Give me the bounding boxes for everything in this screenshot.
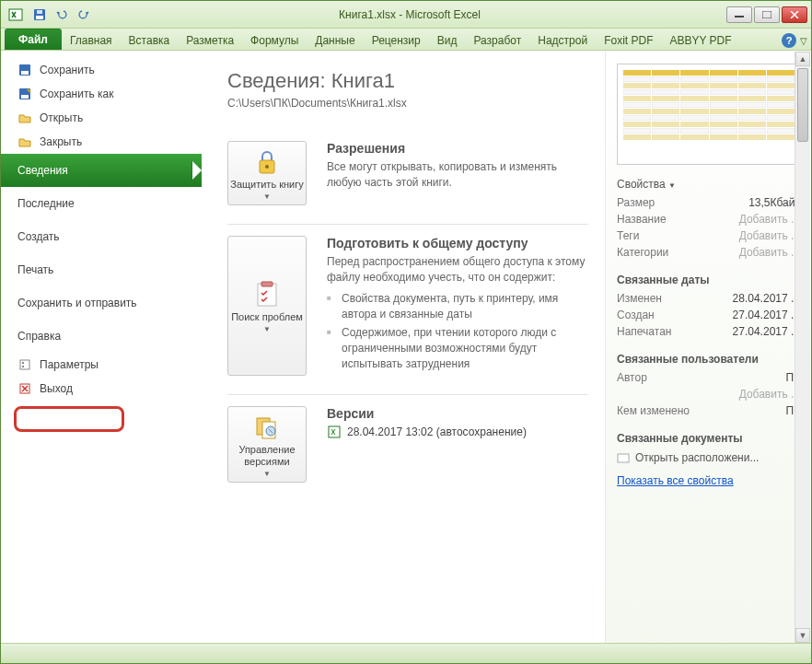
- dropdown-label: Свойства: [617, 178, 666, 191]
- prepare-bullet: Свойства документа, путь к принтеру, имя…: [327, 291, 588, 322]
- sidebar-item-recent[interactable]: Последние: [1, 187, 202, 220]
- properties-panel: Свойства ▼ Размер13,5Кбайт НазваниеДобав…: [605, 51, 811, 645]
- scroll-down-icon[interactable]: ▼: [795, 628, 810, 643]
- save-as-icon: [17, 87, 32, 101]
- scrollbar-thumb[interactable]: [797, 68, 808, 142]
- sidebar-label: Сохранить: [40, 64, 95, 76]
- svg-rect-17: [261, 282, 273, 286]
- versions-icon: [252, 413, 282, 442]
- status-bar: [1, 643, 811, 663]
- highlight-annotation: [14, 406, 124, 432]
- manage-versions-button[interactable]: Управление версиями ▼: [227, 406, 307, 483]
- save-icon[interactable]: [30, 6, 49, 24]
- sidebar-label: Сведения: [17, 164, 68, 177]
- tab-addins[interactable]: Надстрой: [529, 30, 596, 50]
- app-window: Книга1.xlsx - Microsoft Excel Файл Главн…: [0, 0, 812, 664]
- prop-changed-by: Кем измененоПК: [617, 402, 800, 419]
- vertical-scrollbar[interactable]: ▲ ▼: [795, 52, 810, 643]
- prop-author-add[interactable]: Добавить ...: [617, 386, 800, 402]
- window-title: Книга1.xlsx - Microsoft Excel: [93, 8, 726, 21]
- close-button[interactable]: [782, 6, 807, 23]
- scroll-up-icon[interactable]: ▲: [795, 52, 810, 66]
- info-main: Сведения: Книга1 C:\Users\ПК\Documents\К…: [202, 51, 605, 645]
- prop-categories[interactable]: КатегорииДобавить ...: [617, 244, 800, 261]
- tab-layout[interactable]: Разметка: [178, 30, 242, 50]
- document-thumbnail[interactable]: [617, 64, 801, 165]
- sidebar-item-save[interactable]: Сохранить: [1, 58, 202, 82]
- svg-rect-4: [735, 16, 744, 17]
- sidebar-item-open[interactable]: Открыть: [1, 106, 202, 130]
- permissions-text: Все могут открывать, копировать и изменя…: [327, 159, 588, 191]
- section-versions: Управление версиями ▼ Версии 28.04.2017 …: [227, 395, 588, 501]
- prop-size: Размер13,5Кбайт: [617, 194, 800, 211]
- lock-icon: [252, 147, 282, 177]
- svg-rect-9: [21, 95, 29, 99]
- tab-insert[interactable]: Вставка: [121, 30, 179, 50]
- svg-rect-3: [37, 10, 42, 14]
- link-label: Открыть расположени...: [635, 451, 759, 464]
- sidebar-item-save-as[interactable]: Сохранить как: [1, 82, 202, 106]
- sidebar-item-help[interactable]: Справка: [1, 320, 202, 353]
- tab-formulas[interactable]: Формулы: [242, 30, 307, 50]
- help-icon[interactable]: ?: [782, 33, 796, 48]
- prepare-text: Перед распространением общего доступа к …: [327, 254, 588, 285]
- chevron-down-icon: ▼: [668, 181, 676, 190]
- svg-rect-10: [20, 360, 29, 369]
- tab-file[interactable]: Файл: [5, 29, 62, 50]
- check-issues-button[interactable]: Поиск проблем ▼: [227, 236, 307, 376]
- tab-home[interactable]: Главная: [62, 30, 121, 50]
- sidebar-label: Сохранить и отправить: [17, 297, 137, 309]
- prop-created: Создан27.04.2017 ...: [617, 307, 800, 323]
- prepare-bullet: Содержимое, при чтении которого люди с о…: [327, 325, 588, 371]
- sidebar-item-options[interactable]: Параметры: [1, 353, 202, 377]
- ribbon-tabs: Файл Главная Вставка Разметка Формулы Да…: [1, 29, 811, 51]
- page-title: Сведения: Книга1: [227, 69, 588, 93]
- sidebar-item-info[interactable]: Сведения: [1, 154, 202, 187]
- backstage-content: Сведения: Книга1 C:\Users\ПК\Documents\К…: [202, 51, 811, 645]
- chevron-down-icon: ▼: [263, 470, 271, 478]
- properties-dropdown[interactable]: Свойства ▼: [617, 178, 800, 191]
- minimize-button[interactable]: [726, 6, 752, 23]
- maximize-button[interactable]: [754, 6, 780, 23]
- titlebar: Книга1.xlsx - Microsoft Excel: [1, 1, 811, 29]
- svg-rect-5: [762, 11, 771, 18]
- tab-data[interactable]: Данные: [307, 30, 363, 50]
- sidebar-label: Справка: [17, 330, 61, 343]
- undo-icon[interactable]: [52, 6, 71, 24]
- sidebar-item-print[interactable]: Печать: [1, 253, 202, 286]
- save-icon: [17, 63, 32, 77]
- prop-tags[interactable]: ТегиДобавить ...: [617, 227, 800, 244]
- exit-icon: [17, 381, 32, 396]
- sidebar-item-new[interactable]: Создать: [1, 220, 202, 253]
- prepare-heading: Подготовить к общему доступу: [327, 236, 588, 250]
- sidebar-item-close[interactable]: Закрыть: [1, 130, 202, 154]
- svg-rect-0: [9, 9, 22, 20]
- tab-review[interactable]: Рецензир: [364, 30, 429, 50]
- button-label: Поиск проблем: [231, 311, 303, 323]
- svg-rect-16: [258, 284, 276, 306]
- show-all-properties-link[interactable]: Показать все свойства: [617, 474, 734, 487]
- sidebar-label: Закрыть: [40, 135, 82, 148]
- button-label: Управление версиями: [230, 444, 304, 468]
- sidebar-item-exit[interactable]: Выход: [1, 377, 202, 401]
- prop-name[interactable]: НазваниеДобавить ...: [617, 211, 800, 227]
- tab-abbyy[interactable]: ABBYY PDF: [661, 30, 739, 50]
- tab-view[interactable]: Вид: [429, 30, 466, 50]
- svg-rect-21: [329, 426, 340, 437]
- backstage-sidebar: Сохранить Сохранить как Открыть Закрыть …: [1, 51, 202, 645]
- versions-heading: Версии: [327, 406, 588, 421]
- users-heading: Связанные пользователи: [617, 353, 800, 366]
- ribbon-min-icon[interactable]: ▽: [800, 36, 807, 46]
- sidebar-label: Выход: [40, 382, 73, 395]
- sidebar-label: Параметры: [40, 358, 99, 371]
- sidebar-label: Открыть: [40, 111, 83, 124]
- version-entry[interactable]: 28.04.2017 13:02 (автосохранение): [327, 425, 588, 439]
- redo-icon[interactable]: [75, 6, 93, 24]
- tab-foxit[interactable]: Foxit PDF: [596, 30, 661, 50]
- sidebar-item-save-send[interactable]: Сохранить и отправить: [1, 286, 202, 320]
- section-prepare: Поиск проблем ▼ Подготовить к общему дос…: [227, 225, 588, 395]
- folder-close-icon: [17, 134, 32, 149]
- open-location-link[interactable]: Открыть расположени...: [617, 448, 800, 467]
- protect-workbook-button[interactable]: Защитить книгу ▼: [227, 141, 307, 205]
- tab-developer[interactable]: Разработ: [465, 30, 529, 50]
